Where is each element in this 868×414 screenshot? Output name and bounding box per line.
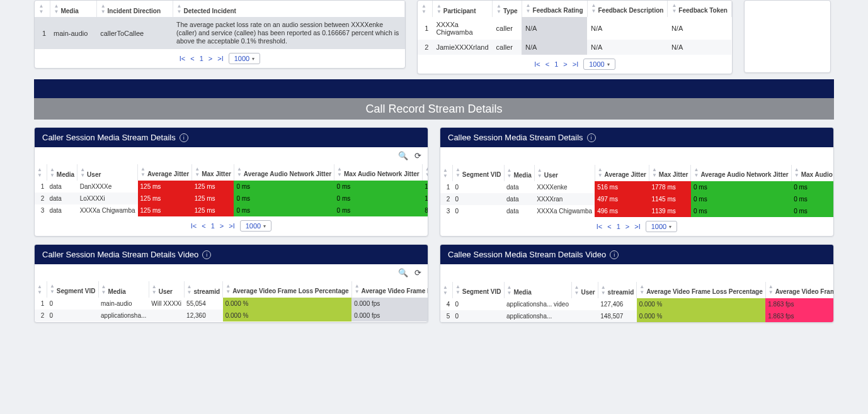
page-prev-icon[interactable]: <	[202, 222, 205, 230]
panel-header: Callee Session Media Stream Details i	[440, 128, 833, 147]
panel-header: Callee Session Media Stream Details Vide…	[440, 245, 833, 264]
caller-video-table: Segment VID Media User streamid Average …	[35, 281, 428, 322]
page-last-icon[interactable]: >I	[634, 223, 640, 230]
col-type[interactable]: Type	[493, 1, 522, 17]
section-band: Call Record Stream Details	[34, 98, 834, 120]
page-size-select[interactable]: 1000 ▾	[229, 53, 260, 64]
page-next-icon[interactable]: >	[625, 223, 629, 230]
col-direction[interactable]: Incident Direction	[96, 1, 173, 17]
info-icon[interactable]: i	[202, 250, 211, 259]
page-first-icon[interactable]: I<	[191, 222, 197, 230]
navy-divider	[34, 79, 834, 98]
col-participant[interactable]: Participant	[432, 1, 492, 17]
table-row[interactable]: 3dataXXXXa Chigwamba125 ms125 ms0 ms0 ms…	[35, 204, 428, 216]
col-incident[interactable]: Detected Incident	[173, 1, 404, 17]
page-last-icon[interactable]: >I	[573, 60, 578, 68]
band-title: Call Record Stream Details	[365, 103, 502, 116]
page-last-icon[interactable]: >I	[229, 222, 234, 230]
search-icon[interactable]: 🔍	[398, 268, 408, 277]
caller-streams-pager: I< < 1 > >I 1000 ▾	[35, 216, 428, 235]
col-desc[interactable]: Feedback Description	[587, 1, 668, 17]
callee-video-table: Segment VID Media User streamid Average …	[440, 282, 834, 322]
panel-header: Caller Session Media Stream Details i	[35, 128, 428, 147]
page-next-icon[interactable]: >	[208, 55, 212, 62]
caller-streams-table: Media User Average Jitter Max Jitter Ave…	[35, 164, 428, 216]
page-first-icon[interactable]: I<	[534, 60, 540, 68]
info-icon[interactable]: i	[587, 133, 596, 142]
table-row[interactable]: 2 JamieXXXXrland caller N/A N/A N/A	[418, 40, 731, 55]
page-prev-icon[interactable]: <	[190, 55, 194, 62]
table-row[interactable]: 20dataXXXXran497 ms1145 ms0 ms0 ms13 ms2…	[440, 193, 834, 205]
chevron-down-icon: ▾	[669, 224, 671, 230]
page-current[interactable]: 1	[200, 55, 203, 62]
page-prev-icon[interactable]: <	[545, 60, 549, 68]
participants-table: Participant Type Feedback Rating Feedbac…	[418, 1, 732, 55]
page-current[interactable]: 1	[617, 223, 620, 230]
callee-streams-table: Segment VID Media User Average Jitter Ma…	[440, 165, 834, 217]
table-row[interactable]: 1dataDanXXXXe125 ms125 ms0 ms0 ms16 ms16…	[35, 181, 428, 193]
caller-video-panel: Caller Session Media Stream Details Vide…	[34, 244, 428, 323]
page-next-icon[interactable]: >	[220, 222, 224, 230]
table-row[interactable]: 30dataXXXXa Chigwamba496 ms1139 ms0 ms0 …	[440, 205, 834, 217]
info-icon[interactable]: i	[610, 250, 619, 259]
table-row[interactable]: 10main-audioWill XXXXi55,0540.000 %0.000…	[35, 298, 428, 310]
page-size-select[interactable]: 1000 ▾	[240, 220, 271, 232]
incidents-card: Media Incident Direction Detected Incide…	[34, 0, 406, 69]
page-first-icon[interactable]: I<	[180, 55, 185, 62]
page-last-icon[interactable]: >I	[217, 55, 223, 62]
chevron-down-icon: ▾	[607, 62, 610, 67]
extra-card	[744, 0, 831, 73]
incidents-table: Media Incident Direction Detected Incide…	[35, 1, 405, 49]
col-rating[interactable]: Feedback Rating	[522, 1, 587, 17]
table-row[interactable]: 1 XXXXa Chigwamba caller N/A N/A N/A	[418, 17, 731, 40]
callee-streams-panel: Callee Session Media Stream Details i Se…	[440, 127, 834, 237]
search-icon[interactable]: 🔍	[398, 151, 408, 160]
incidents-pager: I< < 1 > >I 1000 ▾	[35, 49, 405, 68]
refresh-icon[interactable]: ⟳	[414, 268, 421, 277]
chevron-down-icon: ▾	[263, 223, 266, 229]
table-row[interactable]: 20applicationsha...12,3600.000 %0.000 fp…	[35, 310, 428, 322]
panel-header: Caller Session Media Stream Details Vide…	[35, 245, 428, 264]
table-row[interactable]: 40applicationsha... video127,4060.000 %1…	[440, 298, 834, 310]
col-token[interactable]: Feedback Token	[668, 1, 732, 17]
table-row[interactable]: 1 main-audio callerToCallee The average …	[35, 17, 405, 49]
col-media[interactable]: Media	[50, 1, 96, 17]
page-size-select[interactable]: 1000 ▾	[646, 221, 677, 232]
participants-card: Participant Type Feedback Rating Feedbac…	[417, 0, 733, 74]
callee-streams-pager: I< < 1 > >I 1000 ▾	[440, 217, 833, 236]
page-next-icon[interactable]: >	[563, 60, 567, 68]
page-size-select[interactable]: 1000 ▾	[583, 59, 615, 70]
page-current[interactable]: 1	[211, 222, 215, 230]
refresh-icon[interactable]: ⟳	[414, 151, 421, 160]
col-idx[interactable]	[35, 1, 50, 17]
table-row[interactable]: 50applicationsha...148,5070.000 %1.863 f…	[440, 310, 834, 322]
info-icon[interactable]: i	[180, 133, 188, 142]
page-current[interactable]: 1	[554, 60, 558, 68]
chevron-down-icon: ▾	[252, 56, 254, 62]
participants-pager: I< < 1 > >I 1000 ▾	[418, 55, 732, 74]
table-row[interactable]: 10dataXXXXenke516 ms1778 ms0 ms0 ms46 ms…	[440, 181, 834, 193]
caller-streams-panel: Caller Session Media Stream Details i 🔍 …	[34, 127, 428, 237]
col-idx[interactable]	[418, 1, 432, 17]
page-first-icon[interactable]: I<	[597, 223, 602, 230]
page-prev-icon[interactable]: <	[607, 223, 611, 230]
callee-video-panel: Callee Session Media Stream Details Vide…	[440, 244, 834, 323]
table-row[interactable]: 2dataLoXXXXi125 ms125 ms0 ms0 ms13 ms13 …	[35, 193, 428, 204]
